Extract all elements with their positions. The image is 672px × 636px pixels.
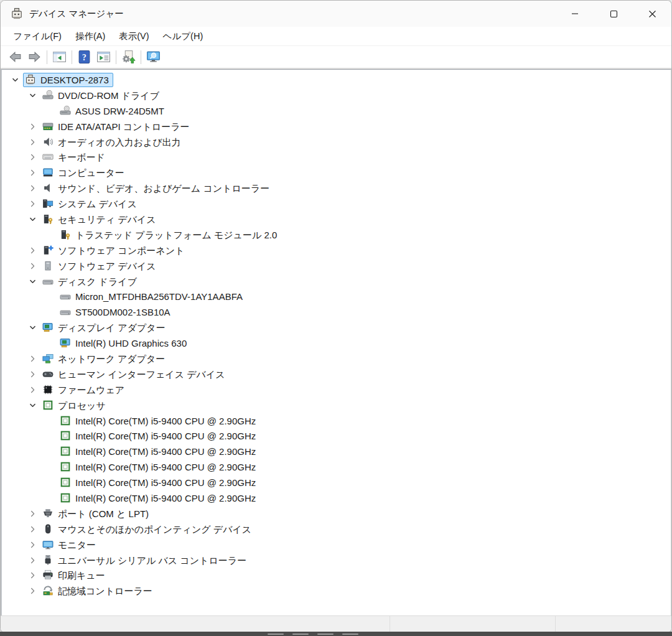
chevron-right-icon[interactable]: [24, 382, 40, 397]
tree-node[interactable]: セキュリティ デバイス: [2, 212, 671, 227]
chevron-right-icon[interactable]: [24, 119, 40, 134]
maximize-icon: [610, 10, 618, 18]
processor-icon: [60, 477, 71, 488]
chevron-spacer: [42, 444, 58, 459]
menu-file[interactable]: ファイル(F): [6, 28, 68, 45]
tree-node[interactable]: ネットワーク アダプター: [2, 351, 671, 367]
close-icon: [648, 10, 656, 18]
disk-drive-icon: [60, 291, 71, 302]
maximize-button[interactable]: [594, 1, 633, 27]
tree-node[interactable]: Micron_MTFDHBA256TDV-1AY1AABFA: [2, 289, 671, 304]
computer-icon: [25, 74, 36, 85]
tree-node[interactable]: マウスとそのほかのポインティング デバイス: [2, 521, 671, 537]
tree-node[interactable]: ディスク ドライブ: [2, 274, 671, 289]
chevron-down-icon[interactable]: [24, 320, 40, 335]
tree-node[interactable]: ユニバーサル シリアル バス コントローラー: [2, 553, 671, 568]
chevron-right-icon[interactable]: [24, 537, 40, 552]
chevron-right-icon[interactable]: [24, 197, 40, 212]
tree-node[interactable]: オーディオの入力および出力: [2, 134, 671, 150]
chevron-right-icon[interactable]: [24, 506, 40, 521]
ide-controller-icon: [42, 121, 54, 132]
chevron-right-icon[interactable]: [24, 568, 40, 583]
processor-icon: [60, 461, 71, 472]
window-title: デバイス マネージャー: [29, 8, 124, 20]
firmware-icon: [42, 384, 54, 395]
close-button[interactable]: [633, 1, 671, 27]
minimize-icon: [571, 10, 579, 17]
chevron-right-icon[interactable]: [24, 150, 40, 165]
tree-node[interactable]: プロセッサ: [2, 398, 671, 413]
chevron-down-icon[interactable]: [24, 88, 40, 103]
chevron-right-icon[interactable]: [24, 553, 40, 568]
tree-node[interactable]: Intel(R) Core(TM) i5-9400 CPU @ 2.90GHz: [2, 475, 671, 490]
tree-node[interactable]: Intel(R) Core(TM) i5-9400 CPU @ 2.90GHz: [2, 444, 671, 459]
tree-node[interactable]: ポート (COM と LPT): [2, 506, 671, 521]
tree-node[interactable]: コンピューター: [2, 165, 671, 180]
chevron-down-icon[interactable]: [7, 72, 23, 87]
software-component-icon: [42, 245, 54, 256]
tree-node[interactable]: ソフトウェア コンポーネント: [2, 243, 671, 258]
chevron-spacer: [42, 429, 58, 444]
chevron-right-icon[interactable]: [24, 258, 40, 273]
chevron-right-icon[interactable]: [24, 181, 40, 196]
chevron-right-icon[interactable]: [24, 351, 40, 366]
processor-icon: [60, 446, 71, 457]
chevron-down-icon[interactable]: [24, 212, 40, 227]
toolbar-separator: [116, 50, 116, 64]
toolbar: [1, 46, 671, 69]
chevron-right-icon[interactable]: [24, 584, 40, 599]
chevron-spacer: [42, 460, 58, 475]
back-button[interactable]: [6, 48, 25, 67]
menu-view[interactable]: 表示(V): [112, 28, 156, 45]
speaker-icon: [42, 182, 54, 194]
tree-node[interactable]: ヒューマン インターフェイス デバイス: [2, 367, 671, 382]
chevron-spacer: [42, 289, 58, 304]
disk-drive-icon: [42, 276, 54, 287]
tree-node[interactable]: サウンド、ビデオ、およびゲーム コントローラー: [2, 180, 671, 196]
tree-node[interactable]: モニター: [2, 537, 671, 553]
tree-node[interactable]: Intel(R) Core(TM) i5-9400 CPU @ 2.90GHz: [2, 490, 671, 506]
tree-node[interactable]: DESKTOP-2873: [2, 72, 671, 88]
minimize-button[interactable]: [556, 1, 594, 27]
serial-port-icon: [42, 508, 54, 519]
security-device-icon: [42, 213, 54, 225]
tree-node[interactable]: Intel(R) Core(TM) i5-9400 CPU @ 2.90GHz: [2, 459, 671, 475]
tree-node[interactable]: Intel(R) Core(TM) i5-9400 CPU @ 2.90GHz: [2, 413, 671, 429]
menu-help[interactable]: ヘルプ(H): [156, 28, 210, 45]
chevron-right-icon[interactable]: [24, 521, 40, 536]
statusbar-section: [1, 616, 390, 632]
chevron-spacer: [42, 227, 58, 242]
update-driver-button[interactable]: [119, 48, 138, 67]
tree-node[interactable]: システム デバイス: [2, 196, 671, 212]
tree-node[interactable]: IDE ATA/ATAPI コントローラー: [2, 119, 671, 134]
tree-node[interactable]: ディスプレイ アダプター: [2, 320, 671, 335]
tree-node[interactable]: ソフトウェア デバイス: [2, 258, 671, 274]
chevron-right-icon[interactable]: [24, 367, 40, 381]
disk-drive-icon: [60, 306, 71, 317]
display-adapter-icon: [60, 337, 71, 348]
tree-node[interactable]: Intel(R) Core(TM) i5-9400 CPU @ 2.90GHz: [2, 428, 671, 444]
tree-node[interactable]: ASUS DRW-24D5MT: [2, 103, 671, 119]
help-button[interactable]: [75, 48, 94, 67]
tree-node[interactable]: キーボード: [2, 149, 671, 165]
scan-hardware-button[interactable]: [144, 48, 163, 67]
mouse-icon: [42, 523, 54, 535]
forward-button[interactable]: [25, 48, 44, 67]
window-controls: [556, 1, 671, 27]
chevron-right-icon[interactable]: [24, 134, 40, 149]
chevron-down-icon[interactable]: [24, 398, 40, 413]
chevron-down-icon[interactable]: [24, 274, 40, 289]
chevron-right-icon[interactable]: [24, 243, 40, 258]
console-tree-button[interactable]: [50, 48, 69, 67]
statusbar-section: [556, 616, 671, 632]
tree-node[interactable]: トラステッド プラットフォーム モジュール 2.0: [2, 227, 671, 243]
chevron-right-icon[interactable]: [24, 166, 40, 180]
properties-button[interactable]: [94, 48, 113, 67]
tree-node[interactable]: DVD/CD-ROM ドライブ: [2, 88, 671, 103]
tree-node[interactable]: ST500DM002-1SB10A: [2, 304, 671, 320]
tree-node[interactable]: ファームウェア: [2, 382, 671, 398]
tree-node[interactable]: Intel(R) UHD Graphics 630: [2, 335, 671, 351]
tree-node[interactable]: 印刷キュー: [2, 568, 671, 584]
menu-action[interactable]: 操作(A): [68, 28, 112, 45]
tree-node[interactable]: 記憶域コントローラー: [2, 583, 671, 599]
